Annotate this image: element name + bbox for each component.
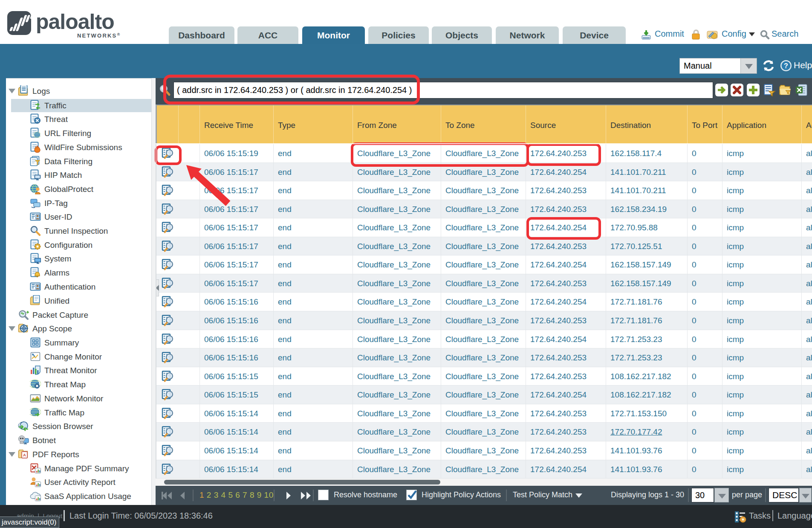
svg-text:?: ? (784, 62, 788, 70)
svg-text:A: A (23, 453, 26, 457)
